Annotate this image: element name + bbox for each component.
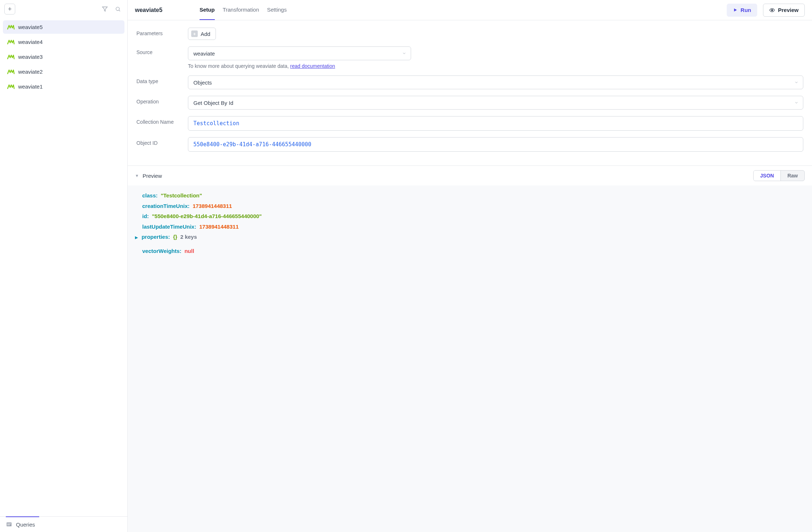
data-type-select[interactable]: Objects	[188, 75, 803, 89]
add-label: Add	[201, 31, 210, 37]
run-label: Run	[741, 7, 751, 13]
svg-rect-5	[7, 525, 10, 525]
json-row: class: "Testcollection"	[135, 191, 805, 201]
top-bar: weaviate5 Setup Transformation Settings …	[128, 0, 812, 20]
preview-label: Preview	[778, 7, 799, 13]
sidebar-item-label: weaviate1	[18, 83, 43, 90]
weaviate-icon	[7, 84, 15, 89]
source-label: Source	[136, 46, 188, 55]
main-panel: weaviate5 Setup Transformation Settings …	[128, 0, 812, 532]
query-list: weaviate5 weaviate4 weaviate3 weaviate2 …	[0, 18, 127, 516]
json-row-expandable[interactable]: ▶ properties: {} 2 keys	[135, 232, 805, 242]
source-helper: To know more about querying weaviate dat…	[188, 63, 411, 69]
eye-icon	[769, 7, 775, 13]
preview-section-label: Preview	[143, 173, 162, 179]
json-viewer: class: "Testcollection" creationTimeUnix…	[128, 185, 812, 532]
sidebar-item-weaviate1[interactable]: weaviate1	[3, 80, 124, 93]
source-value: weaviate	[193, 50, 215, 57]
run-button[interactable]: Run	[727, 4, 757, 17]
tab-transformation[interactable]: Transformation	[223, 0, 259, 20]
page-title: weaviate5	[135, 7, 189, 13]
queries-label: Queries	[16, 521, 35, 528]
add-query-button[interactable]: +	[4, 4, 15, 15]
tab-settings[interactable]: Settings	[267, 0, 287, 20]
chevron-down-icon	[794, 79, 799, 86]
sidebar-queries-tab[interactable]: Queries	[0, 516, 127, 532]
sidebar-item-label: weaviate2	[18, 69, 43, 75]
chevron-down-icon	[402, 50, 406, 57]
preview-section: ▼ Preview JSON Raw class: "Testcollectio…	[128, 165, 812, 532]
sidebar-item-label: weaviate4	[18, 39, 43, 45]
search-icon	[115, 6, 121, 12]
svg-rect-4	[7, 524, 11, 524]
preview-header: ▼ Preview JSON Raw	[128, 166, 812, 185]
operation-label: Operation	[136, 96, 188, 105]
plus-icon: +	[191, 30, 198, 37]
json-row: creationTimeUnix: 1738941448311	[135, 201, 805, 212]
weaviate-icon	[7, 40, 15, 45]
plus-icon: +	[8, 5, 12, 13]
collection-name-input[interactable]	[188, 116, 803, 131]
play-icon	[733, 8, 738, 12]
operation-select[interactable]: Get Object By Id	[188, 96, 803, 110]
tab-bar: Setup Transformation Settings	[200, 0, 287, 20]
data-type-value: Objects	[193, 79, 212, 86]
filter-icon	[102, 6, 108, 12]
add-parameter-button[interactable]: + Add	[188, 28, 216, 40]
search-button[interactable]	[113, 4, 123, 14]
object-id-label: Object ID	[136, 137, 188, 146]
sidebar-toolbar: +	[0, 0, 127, 18]
form-area: Parameters + Add Source weaviate To know…	[128, 20, 812, 165]
expand-caret-icon[interactable]: ▶	[135, 234, 140, 241]
svg-line-2	[119, 10, 120, 11]
parameters-label: Parameters	[136, 28, 188, 36]
weaviate-icon	[7, 54, 15, 60]
operation-value: Get Object By Id	[193, 100, 233, 106]
svg-marker-0	[102, 7, 107, 11]
sidebar-item-weaviate2[interactable]: weaviate2	[3, 65, 124, 78]
sidebar-item-weaviate4[interactable]: weaviate4	[3, 35, 124, 49]
json-row: id: "550e8400-e29b-41d4-a716-44665544000…	[135, 211, 805, 222]
tab-setup[interactable]: Setup	[200, 0, 215, 20]
toggle-raw-button[interactable]: Raw	[781, 171, 804, 181]
weaviate-icon	[7, 69, 15, 74]
toggle-json-button[interactable]: JSON	[754, 171, 781, 181]
source-select[interactable]: weaviate	[188, 46, 411, 60]
svg-rect-3	[7, 523, 12, 527]
chevron-down-icon	[794, 100, 799, 106]
sidebar-item-weaviate5[interactable]: weaviate5	[3, 20, 124, 34]
svg-point-7	[771, 9, 773, 11]
object-id-input[interactable]	[188, 137, 803, 152]
svg-marker-6	[734, 8, 737, 12]
data-type-label: Data type	[136, 75, 188, 84]
json-row: lastUpdateTimeUnix: 1738941448311	[135, 222, 805, 232]
preview-format-toggle: JSON Raw	[753, 170, 805, 181]
json-row: vectorWeights: null	[135, 246, 805, 257]
weaviate-icon	[7, 25, 15, 30]
svg-point-1	[116, 7, 119, 11]
queries-icon	[6, 521, 12, 528]
caret-down-icon[interactable]: ▼	[135, 173, 139, 178]
filter-button[interactable]	[100, 4, 110, 14]
sidebar-item-label: weaviate5	[18, 24, 43, 30]
preview-button[interactable]: Preview	[763, 4, 805, 17]
sidebar: + weaviate5 weaviate4 weaviate3	[0, 0, 128, 532]
sidebar-item-label: weaviate3	[18, 54, 43, 60]
collection-name-label: Collection Name	[136, 116, 188, 125]
read-documentation-link[interactable]: read documentation	[290, 63, 335, 69]
sidebar-item-weaviate3[interactable]: weaviate3	[3, 50, 124, 64]
